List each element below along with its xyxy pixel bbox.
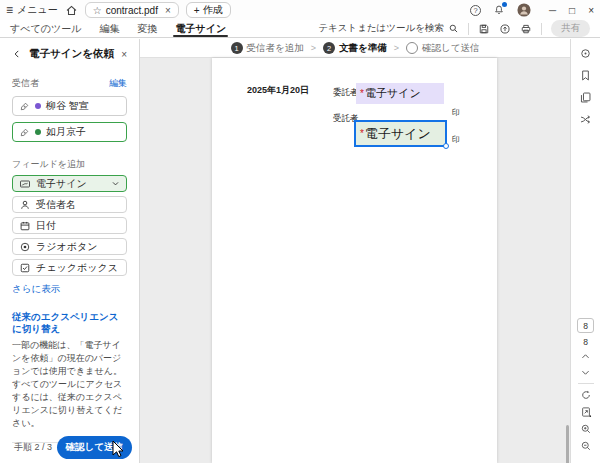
window-maximize-button[interactable]: □ <box>569 5 575 16</box>
window-close-button[interactable]: × <box>588 5 594 16</box>
save-button[interactable] <box>478 23 490 35</box>
step-circle: 1 <box>231 42 243 54</box>
zoom-in-button[interactable] <box>580 423 592 435</box>
required-asterisk: * <box>360 88 364 99</box>
step-separator: > <box>394 43 399 53</box>
radio-button-icon <box>19 241 31 253</box>
signature-field-label: 電子サイン <box>365 125 431 143</box>
rotate-icon <box>580 389 592 401</box>
next-page-button[interactable] <box>580 367 591 378</box>
home-icon <box>65 4 78 17</box>
recipient-color-dot <box>35 103 41 109</box>
step-circle: 2 <box>323 42 335 54</box>
divider <box>578 383 594 384</box>
contract-date: 2025年1月20日 <box>247 84 309 97</box>
bookmark-icon[interactable] <box>579 69 592 82</box>
step-review-send[interactable]: 確認して送信 <box>406 42 479 55</box>
recipients-label: 受信者 <box>12 77 39 90</box>
target-icon[interactable] <box>579 47 592 60</box>
seal-mark: 印 <box>452 134 460 145</box>
step-prepare-document[interactable]: 2 文書を準備 <box>323 42 387 55</box>
tab-convert[interactable]: 変換 <box>137 20 157 37</box>
person-icon <box>19 199 31 211</box>
seal-mark: 印 <box>452 107 460 118</box>
fit-page-icon <box>580 406 592 418</box>
chevron-down-icon <box>580 367 591 378</box>
search-tools-button[interactable]: テキストまたはツールを検索 <box>318 22 459 35</box>
title-bar: ≡ メニュー ☆ contract.pdf × + 作成 ? <box>0 0 600 20</box>
notifications-button[interactable] <box>493 4 505 16</box>
tab-close-icon[interactable]: × <box>165 5 171 16</box>
required-asterisk: * <box>360 128 364 139</box>
field-type-label: 電子サイン <box>36 177 87 191</box>
edit-recipients-link[interactable]: 編集 <box>109 77 127 90</box>
field-type-label: 日付 <box>36 219 56 233</box>
recipient-name: 柳谷 智宣 <box>46 99 89 113</box>
share-button[interactable]: 共有 <box>551 20 590 37</box>
help-icon[interactable]: ? <box>470 5 481 16</box>
recipient-color-dot <box>35 129 41 135</box>
save-icon <box>478 23 490 35</box>
chevron-down-icon <box>111 179 120 188</box>
tab-esign[interactable]: 電子サイン <box>175 20 226 37</box>
field-type-label: 受信者名 <box>36 198 76 212</box>
field-type-checkbox[interactable]: チェックボックス <box>12 259 127 276</box>
pen-icon <box>19 127 30 138</box>
zoom-in-icon <box>580 423 592 435</box>
recipient-item-selected[interactable]: 如月京子 <box>12 122 127 142</box>
search-icon <box>448 23 459 34</box>
review-and-send-button[interactable]: 確認して送信 <box>57 436 132 459</box>
create-button[interactable]: + 作成 <box>186 2 231 18</box>
field-type-date[interactable]: 日付 <box>12 217 127 234</box>
avatar[interactable] <box>517 3 531 17</box>
cloud-upload-icon <box>499 23 511 35</box>
field-type-radio[interactable]: ラジオボタン <box>12 238 127 255</box>
step-add-recipients[interactable]: 1 受信者を追加 <box>231 42 304 55</box>
switch-legacy-link[interactable]: 従来のエクスペリエンスに切り替え <box>12 311 127 335</box>
previous-page-button[interactable] <box>580 351 591 362</box>
zoom-out-icon <box>580 440 592 452</box>
checkbox-icon <box>19 262 31 274</box>
document-area: 1 受信者を追加 > 2 文書を準備 > 確認して送信 2025年1月20日 委… <box>140 39 570 463</box>
calendar-icon <box>19 220 31 232</box>
right-rail: 8 8 <box>570 39 600 463</box>
star-icon[interactable]: ☆ <box>93 5 102 16</box>
signature-field-contractor-selected[interactable]: * 電子サイン <box>354 120 447 147</box>
panel-footer: 手順 2 / 3 確認して送信 <box>0 431 139 463</box>
show-more-link[interactable]: さらに表示 <box>12 283 127 296</box>
hamburger-icon: ≡ <box>6 4 13 16</box>
tab-all-tools[interactable]: すべてのツール <box>10 20 81 37</box>
fit-page-button[interactable] <box>580 406 592 418</box>
pdf-page: 2025年1月20日 委託者 * 電子サイン 印 受託者 * 電子サイン 印 <box>212 58 497 463</box>
panel-title: 電子サインを依頼 <box>29 47 114 61</box>
resize-handle[interactable] <box>443 143 449 149</box>
field-type-signature[interactable]: 電子サイン <box>12 175 127 192</box>
step-circle <box>406 42 418 54</box>
shuffle-icon[interactable] <box>579 113 592 126</box>
notification-badge <box>502 2 507 7</box>
back-icon[interactable] <box>12 49 22 59</box>
chevron-up-icon <box>580 351 591 362</box>
document-tab[interactable]: ☆ contract.pdf × <box>85 2 179 18</box>
recipient-item[interactable]: 柳谷 智宣 <box>12 96 127 116</box>
panel-close-icon[interactable]: × <box>121 49 127 60</box>
zoom-out-button[interactable] <box>580 440 592 452</box>
toolbar: すべてのツール 編集 変換 電子サイン テキストまたはツールを検索 共有 <box>0 20 600 38</box>
field-type-recipient-name[interactable]: 受信者名 <box>12 196 127 213</box>
window-minimize-button[interactable]: ─ <box>549 5 556 16</box>
pdf-viewport: 2025年1月20日 委託者 * 電子サイン 印 受託者 * 電子サイン 印 <box>140 58 570 463</box>
rotate-button[interactable] <box>580 389 592 401</box>
pen-icon <box>19 101 30 112</box>
tab-edit[interactable]: 編集 <box>99 20 119 37</box>
signature-field-consignor[interactable]: * 電子サイン <box>356 83 444 104</box>
upload-button[interactable] <box>499 23 511 35</box>
menu-button[interactable]: ≡ メニュー <box>6 3 58 17</box>
step-separator: > <box>311 43 316 53</box>
divider <box>468 23 469 35</box>
home-button[interactable] <box>65 4 78 17</box>
page-thumbnails-icon[interactable] <box>579 91 592 104</box>
print-button[interactable] <box>520 23 532 35</box>
legacy-description: 一部の機能は、「電子サインを依頼」の現在のバージョンでは使用できません。すべての… <box>12 339 127 430</box>
vertical-scrollbar[interactable] <box>566 425 569 463</box>
page-number-input[interactable]: 8 <box>577 318 594 333</box>
